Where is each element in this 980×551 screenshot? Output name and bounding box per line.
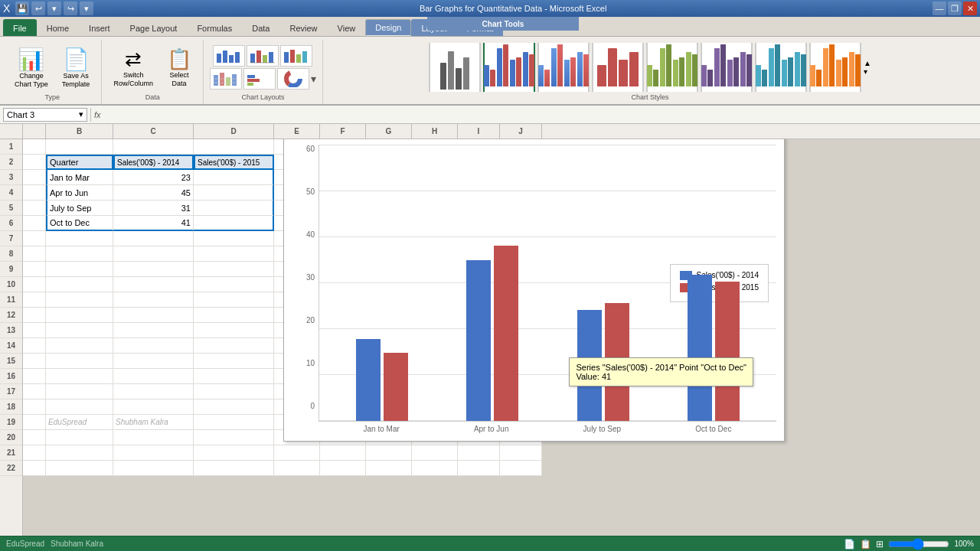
- chart-style-2[interactable]: [483, 43, 535, 92]
- layout-view-btn[interactable]: 📋: [860, 539, 871, 549]
- normal-view-btn[interactable]: 📄: [844, 539, 855, 549]
- bar-2014-jan[interactable]: [356, 339, 381, 421]
- cell-d4[interactable]: [194, 185, 274, 201]
- svg-rect-6: [263, 55, 267, 63]
- zoom-slider[interactable]: [888, 538, 949, 550]
- cell-a1[interactable]: [23, 139, 46, 155]
- row-num-8: 8: [0, 246, 22, 262]
- name-box-dropdown[interactable]: ▾: [79, 109, 83, 119]
- customize-btn[interactable]: ▾: [80, 2, 93, 15]
- bar-group-apr-jun[interactable]: [466, 246, 518, 421]
- cell-a3[interactable]: [23, 170, 46, 185]
- chart-style-1[interactable]: [429, 43, 481, 92]
- col-header-e[interactable]: E: [274, 124, 320, 139]
- col-header-c[interactable]: C: [113, 124, 194, 139]
- cell-c3[interactable]: 23: [113, 170, 194, 185]
- row-num-17: 17: [0, 384, 22, 399]
- page-break-btn[interactable]: ⊞: [876, 539, 884, 549]
- layout-2[interactable]: 0: [247, 45, 279, 67]
- styles-scroll[interactable]: ▲ ▾: [864, 56, 871, 79]
- cell-b6[interactable]: Oct to Dec: [46, 216, 113, 231]
- chart-style-5[interactable]: [646, 43, 698, 92]
- col-header-i[interactable]: I: [458, 124, 500, 139]
- chart-x-axis: Jan to Mar Apr to Jun July to Sep Oct to…: [318, 422, 776, 433]
- cell-d1[interactable]: [194, 139, 274, 155]
- bar-group-jan-mar[interactable]: [356, 339, 408, 421]
- col-header-h[interactable]: H: [412, 124, 458, 139]
- cell-b2[interactable]: Quarter: [46, 155, 113, 170]
- cell-d5[interactable]: [194, 201, 274, 216]
- chart-style-4[interactable]: [592, 43, 644, 92]
- cell-a6[interactable]: [23, 216, 46, 231]
- layout-4[interactable]: [210, 68, 242, 90]
- close-btn[interactable]: ✕: [963, 2, 977, 15]
- tab-design[interactable]: Design: [365, 19, 411, 36]
- row-num-15: 15: [0, 354, 22, 369]
- col-header-d[interactable]: D: [194, 124, 274, 139]
- fx-label: fx: [94, 110, 101, 119]
- cell-a4[interactable]: [23, 185, 46, 201]
- chart-container[interactable]: ◻ 60 50 40 30 20 10 0: [283, 139, 785, 442]
- cell-d6[interactable]: [194, 216, 274, 231]
- col-header-g[interactable]: G: [366, 124, 412, 139]
- cell-c4[interactable]: 45: [113, 185, 194, 201]
- tab-insert[interactable]: Insert: [79, 19, 120, 36]
- tab-data[interactable]: Data: [242, 19, 279, 36]
- minimize-btn[interactable]: —: [933, 2, 946, 15]
- bar-2015-apr[interactable]: [494, 246, 518, 421]
- x-label-oct: Oct to Dec: [695, 425, 731, 433]
- column-headers: B C D E F G H I J: [0, 124, 980, 139]
- cell-d2[interactable]: Sales('00$) - 2015: [194, 155, 274, 170]
- undo-dropdown[interactable]: ▾: [47, 2, 61, 15]
- tab-formulas[interactable]: Formulas: [187, 19, 242, 36]
- save-quick-btn[interactable]: 💾: [15, 2, 29, 15]
- chart-style-7[interactable]: [755, 43, 807, 92]
- layout-5[interactable]: [243, 68, 276, 90]
- row-num-16: 16: [0, 369, 22, 384]
- cell-c1[interactable]: [113, 139, 194, 155]
- tab-review[interactable]: Review: [279, 19, 327, 36]
- bar-2015-oct[interactable]: [715, 282, 740, 421]
- tab-view[interactable]: View: [328, 19, 366, 36]
- col-header-b[interactable]: B: [46, 124, 113, 139]
- layout-1[interactable]: [213, 45, 245, 67]
- svg-rect-0: [217, 54, 221, 63]
- cell-b1[interactable]: [46, 139, 113, 155]
- tab-home[interactable]: Home: [37, 19, 79, 36]
- cell-a2[interactable]: [23, 155, 46, 170]
- layout-dropdown-btn[interactable]: ▾: [311, 73, 316, 85]
- col-header-f[interactable]: F: [320, 124, 366, 139]
- change-chart-type-btn[interactable]: 📊 ChangeChart Type: [9, 44, 54, 92]
- cell-b5[interactable]: July to Sep: [46, 201, 113, 216]
- save-as-template-btn[interactable]: 📄 Save AsTemplate: [57, 44, 96, 92]
- chart-style-6[interactable]: [701, 43, 753, 92]
- name-box[interactable]: Chart 3 ▾: [3, 108, 87, 122]
- formula-input[interactable]: [104, 108, 977, 122]
- undo-btn[interactable]: ↩: [31, 2, 45, 15]
- col-header-j[interactable]: J: [500, 124, 542, 139]
- cell-b4[interactable]: Apr to Jun: [46, 185, 113, 201]
- tab-file[interactable]: File: [3, 19, 37, 36]
- select-data-btn[interactable]: 📋 SelectData: [162, 44, 197, 91]
- bar-2015-jan[interactable]: [384, 353, 408, 421]
- restore-btn[interactable]: ❐: [948, 2, 962, 15]
- cell-b3[interactable]: Jan to Mar: [46, 170, 113, 185]
- svg-rect-22: [247, 83, 253, 86]
- bar-2014-apr[interactable]: [466, 260, 491, 421]
- chart-bars-area[interactable]: Sales('00$) - 2014 Sales('00$) - 2015: [318, 145, 776, 422]
- cell-c6[interactable]: 41: [113, 216, 194, 231]
- bar-group-oct-dec[interactable]: [688, 275, 740, 421]
- layout-6[interactable]: [277, 68, 309, 90]
- cell-d3[interactable]: [194, 170, 274, 185]
- redo-btn[interactable]: ↪: [64, 2, 77, 15]
- layout-3[interactable]: [280, 45, 312, 67]
- switch-row-column-btn[interactable]: ⇄ SwitchRow/Column: [108, 44, 158, 91]
- bar-2014-oct[interactable]: [688, 275, 712, 421]
- ribbon-group-type: 📊 ChangeChart Type 📄 Save AsTemplate Typ…: [3, 40, 102, 104]
- cell-c2[interactable]: Sales('00$) - 2014: [113, 155, 194, 170]
- chart-style-8[interactable]: [809, 43, 861, 92]
- cell-c5[interactable]: 31: [113, 201, 194, 216]
- cell-a5[interactable]: [23, 201, 46, 216]
- tab-page-layout[interactable]: Page Layout: [120, 19, 188, 36]
- chart-style-3[interactable]: [537, 43, 590, 92]
